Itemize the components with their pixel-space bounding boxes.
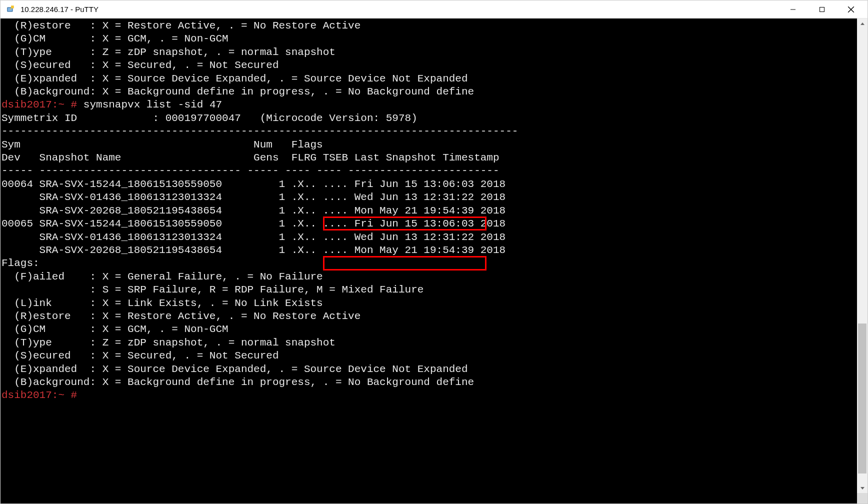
svg-rect-5 (820, 7, 824, 12)
legend-line: (B)ackground: X = Background define in p… (2, 86, 857, 98)
close-button[interactable] (836, 0, 866, 18)
symmetrix-id-line: Symmetrix ID : 000197700047 (Microcode V… (2, 112, 857, 125)
scrollbar-thumb[interactable] (858, 324, 866, 474)
scrollbar-corner (857, 493, 868, 504)
legend-line: (G)CM : X = GCM, . = Non-GCM (2, 323, 857, 336)
putty-window: 10.228.246.17 - PuTTY (R)estore : X = Re… (0, 0, 868, 504)
window-title: 10.228.246.17 - PuTTY (20, 5, 778, 14)
snapshot-row: SRA-SVX-20268_180521195438654 1 .X.. ...… (2, 204, 857, 218)
legend-line: (R)estore : X = Restore Active, . = No R… (2, 20, 857, 32)
legend-line: : S = SRP Failure, R = RDP Failure, M = … (2, 284, 857, 296)
flags-heading: Flags: (2, 257, 857, 270)
snapshot-row: SRA-SVX-20268_180521195438654 1 .X.. ...… (2, 244, 857, 257)
legend-line: (E)xpanded : X = Source Device Expanded,… (2, 363, 857, 376)
legend-line: (S)ecured : X = Secured, . = Not Secured (2, 59, 857, 72)
scroll-up-arrow[interactable] (857, 18, 868, 29)
legend-line: (S)ecured : X = Secured, . = Not Secured (2, 350, 857, 362)
prompt-line: dsib2017:~ # (2, 389, 857, 402)
snapshot-row: 00064 SRA-SVX-15244_180615130559050 1 .X… (2, 178, 857, 191)
legend-line: (F)ailed : X = General Failure, . = No F… (2, 270, 857, 284)
prompt-host: dsib2017:~ # (2, 390, 77, 401)
legend-line: (L)ink : X = Link Exists, . = No Link Ex… (2, 297, 857, 310)
snapshot-row: SRA-SVX-01436_180613123013324 1 .X.. ...… (2, 191, 857, 204)
divider: ----- -------------------------------- -… (2, 164, 857, 178)
snapshot-row: SRA-SVX-01436_180613123013324 1 .X.. ...… (2, 231, 857, 244)
command-line: dsib2017:~ # symsnapvx list -sid 47 (2, 98, 857, 112)
scroll-down-arrow[interactable] (857, 482, 868, 493)
window-controls (778, 0, 866, 18)
legend-line: (G)CM : X = GCM, . = Non-GCM (2, 32, 857, 46)
table-header: Dev Snapshot Name Gens FLRG TSEB Last Sn… (2, 152, 857, 164)
title-bar[interactable]: 10.228.246.17 - PuTTY (0, 0, 868, 18)
legend-line: (T)ype : Z = zDP snapshot, . = normal sn… (2, 336, 857, 350)
snapshot-row: 00065 SRA-SVX-15244_180615130559050 1 .X… (2, 218, 857, 230)
vertical-scrollbar[interactable] (857, 18, 868, 504)
svg-rect-2 (11, 6, 14, 8)
terminal-area: (R)estore : X = Restore Active, . = No R… (0, 18, 868, 504)
minimize-button[interactable] (778, 0, 808, 18)
legend-line: (B)ackground: X = Background define in p… (2, 376, 857, 389)
prompt-host: dsib2017:~ # (2, 99, 77, 110)
legend-line: (E)xpanded : X = Source Device Expanded,… (2, 72, 857, 86)
legend-line: (T)ype : Z = zDP snapshot, . = normal sn… (2, 46, 857, 59)
legend-line: (R)estore : X = Restore Active, . = No R… (2, 310, 857, 323)
maximize-button[interactable] (808, 0, 836, 18)
table-header: Sym Num Flags (2, 138, 857, 152)
terminal[interactable]: (R)estore : X = Restore Active, . = No R… (0, 18, 857, 504)
divider: ----------------------------------------… (2, 125, 857, 138)
putty-icon (6, 4, 16, 14)
